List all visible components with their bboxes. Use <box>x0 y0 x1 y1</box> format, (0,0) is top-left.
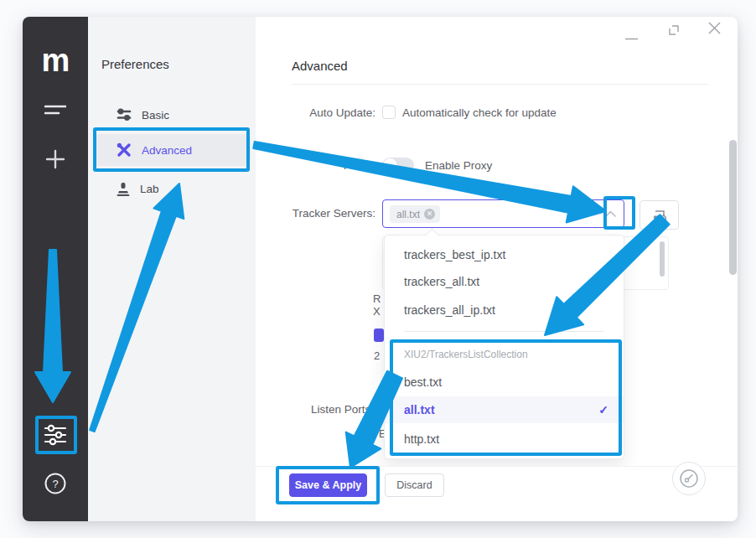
proxy-toggle-label: Enable Proxy <box>425 159 492 172</box>
proxy-toggle[interactable] <box>382 158 414 173</box>
sidebar-item-label: Basic <box>142 109 169 122</box>
textarea-scrollbar[interactable] <box>660 241 665 277</box>
preferences-sliders-icon[interactable] <box>23 422 88 447</box>
header-divider <box>292 84 708 85</box>
hidden-text-fragment: 2 <box>374 349 380 362</box>
dropdown-option[interactable]: trackers_all.txt <box>385 267 624 296</box>
tracker-servers-label: Tracker Servers: <box>277 207 375 220</box>
hidden-purple-chip-fragment <box>374 328 384 342</box>
task-list-icon[interactable] <box>23 101 88 122</box>
tools-icon <box>117 142 132 158</box>
save-apply-button[interactable]: Save & Apply <box>289 473 367 497</box>
sync-trackers-button[interactable] <box>639 200 679 230</box>
sync-icon <box>652 209 666 221</box>
page-title: Advanced <box>292 59 348 73</box>
dropdown-option-selected[interactable]: all.txt ✓ <box>385 396 624 423</box>
check-icon: ✓ <box>598 396 608 423</box>
proxy-label: Proxy: <box>277 159 375 172</box>
gauge-icon <box>678 468 700 489</box>
preferences-panel: Preferences Basic Advanced <box>88 17 256 521</box>
close-icon[interactable] <box>708 22 721 38</box>
dropdown-option[interactable]: trackers_all_ip.txt <box>385 296 624 324</box>
dropdown-option[interactable]: best.txt <box>385 368 624 396</box>
auto-update-checkbox-label: Automatically check for update <box>402 106 557 119</box>
dropdown-option[interactable]: trackers_best_ip.txt <box>385 241 624 269</box>
dropdown-group-label: XIU2/TrackersListCollection <box>385 343 624 366</box>
toggle-knob <box>383 158 397 173</box>
add-task-icon[interactable] <box>23 147 88 171</box>
dropdown-divider <box>404 331 604 332</box>
listen-ports-label: Listen Ports: <box>275 403 374 416</box>
maximize-button[interactable] <box>668 23 681 39</box>
help-icon[interactable]: ? <box>23 471 88 496</box>
speed-gauge-button[interactable] <box>672 462 706 495</box>
app-sidebar: m ? <box>23 17 88 521</box>
logo-m-glyph: m <box>42 44 70 76</box>
sidebar-item-advanced[interactable]: Advanced <box>93 134 251 166</box>
tracker-servers-dropdown: trackers_best_ip.txt trackers_all.txt tr… <box>384 235 624 459</box>
content-scrollbar[interactable] <box>729 140 737 275</box>
sidebar-item-label: Lab <box>140 183 159 195</box>
basic-toggles-icon <box>117 108 132 122</box>
sidebar-item-label: Advanced <box>142 144 192 157</box>
dropdown-option[interactable]: http.txt <box>385 425 624 453</box>
tag-label: all.txt <box>396 209 420 220</box>
tag-close-icon[interactable]: ✕ <box>424 209 435 220</box>
selected-tracker-tag: all.txt ✕ <box>390 205 440 223</box>
svg-text:?: ? <box>52 478 58 490</box>
auto-update-label: Auto Update: <box>277 106 375 119</box>
app-window: m ? Preferences <box>23 17 738 521</box>
tracker-servers-select[interactable]: all.txt ✕ <box>382 199 624 228</box>
minimize-button[interactable] <box>625 28 638 44</box>
option-label: all.txt <box>404 403 435 416</box>
hidden-text-fragment: X <box>373 305 381 318</box>
sidebar-item-basic[interactable]: Basic <box>93 99 251 131</box>
discard-button[interactable]: Discard <box>385 473 444 497</box>
preferences-title: Preferences <box>101 57 169 71</box>
chevron-up-icon[interactable] <box>605 210 616 217</box>
sidebar-item-lab[interactable]: Lab <box>93 173 251 204</box>
app-logo: m <box>23 45 88 75</box>
lab-stamp-icon <box>117 182 130 196</box>
hidden-text-fragment: R <box>373 292 381 305</box>
auto-update-checkbox[interactable] <box>382 106 396 119</box>
dropdown-notch <box>426 229 439 242</box>
